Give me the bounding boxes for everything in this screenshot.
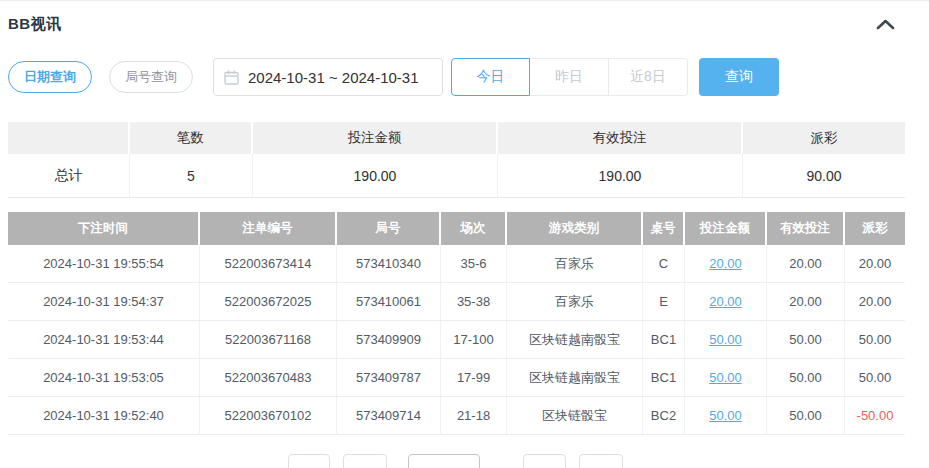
records-header-payout: 派彩 — [845, 212, 905, 245]
records-header-game-type: 游戏类别 — [507, 212, 643, 245]
game-type-cell: 区块链越南骰宝 — [507, 321, 643, 359]
records-header-round-id: 局号 — [337, 212, 441, 245]
bet-time-cell: 2024-10-31 19:54:37 — [8, 283, 200, 321]
bet-amount-link[interactable]: 20.00 — [685, 245, 767, 283]
bet-amount-link-text[interactable]: 50.00 — [709, 332, 742, 347]
summary-bet-amount-value: 190.00 — [253, 154, 498, 198]
bet-amount-link[interactable]: 50.00 — [685, 321, 767, 359]
order-id-cell: 522003670102 — [200, 397, 337, 435]
table-row: 2024-10-31 19:52:40522003670102573409714… — [8, 397, 905, 435]
valid-bet-cell: 50.00 — [767, 397, 845, 435]
summary-header-blank — [8, 122, 130, 154]
match-cell: 17-99 — [441, 359, 507, 397]
collapse-button[interactable] — [876, 19, 895, 30]
table-row: 2024-10-31 19:55:54522003673414573410340… — [8, 245, 905, 283]
calendar-icon — [224, 70, 239, 85]
records-header-bet-amount: 投注金额 — [685, 212, 767, 245]
table-row: 2024-10-31 19:53:05522003670483573409787… — [8, 359, 905, 397]
round-id-cell: 573410340 — [337, 245, 441, 283]
bet-amount-link[interactable]: 50.00 — [685, 359, 767, 397]
game-type-cell: 百家乐 — [507, 245, 643, 283]
bet-time-cell: 2024-10-31 19:55:54 — [8, 245, 200, 283]
table-id-cell: E — [643, 283, 685, 321]
records-body: 2024-10-31 19:55:54522003673414573410340… — [8, 245, 905, 435]
bb-video-panel: BB视讯 日期查询 局号查询 2024-10-31 ~ 2024-10-31 今… — [0, 0, 929, 468]
pagination-page-size-select[interactable] — [408, 454, 480, 468]
valid-bet-cell: 20.00 — [767, 283, 845, 321]
round-id-cell: 573409909 — [337, 321, 441, 359]
payout-cell: 20.00 — [845, 283, 905, 321]
table-row: 2024-10-31 19:54:37522003672025573410061… — [8, 283, 905, 321]
panel-header: BB视讯 — [0, 1, 929, 35]
tab-round-query[interactable]: 局号查询 — [109, 61, 193, 93]
pagination-next-button[interactable] — [523, 454, 566, 468]
valid-bet-cell: 20.00 — [767, 245, 845, 283]
tab-date-query[interactable]: 日期查询 — [8, 61, 92, 93]
pagination-prev-button[interactable] — [288, 454, 330, 468]
bet-time-cell: 2024-10-31 19:52:40 — [8, 397, 200, 435]
page-title: BB视讯 — [8, 15, 62, 34]
bet-amount-link-text[interactable]: 50.00 — [709, 370, 742, 385]
payout-cell: -50.00 — [845, 397, 905, 435]
pagination-page-button[interactable] — [343, 454, 387, 468]
match-cell: 35-38 — [441, 283, 507, 321]
quick-range-group: 今日 昨日 近8日 — [451, 58, 688, 96]
records-header-bet-time: 下注时间 — [8, 212, 200, 245]
summary-header-valid-bet: 有效投注 — [498, 122, 743, 154]
payout-cell: 50.00 — [845, 359, 905, 397]
quick-range-last8days[interactable]: 近8日 — [609, 58, 688, 96]
summary-total-label: 总计 — [8, 154, 130, 198]
summary-total-row: 总计 5 190.00 190.00 90.00 — [8, 154, 905, 198]
pagination-jump-button[interactable] — [579, 454, 623, 468]
search-button[interactable]: 查询 — [699, 58, 779, 96]
game-type-cell: 百家乐 — [507, 283, 643, 321]
payout-cell: 20.00 — [845, 245, 905, 283]
summary-payout-value: 90.00 — [743, 154, 905, 198]
valid-bet-cell: 50.00 — [767, 359, 845, 397]
bet-time-cell: 2024-10-31 19:53:44 — [8, 321, 200, 359]
quick-range-yesterday[interactable]: 昨日 — [530, 58, 609, 96]
date-range-input[interactable]: 2024-10-31 ~ 2024-10-31 — [213, 58, 443, 96]
round-id-cell: 573409714 — [337, 397, 441, 435]
summary-header-payout: 派彩 — [743, 122, 905, 154]
table-id-cell: BC1 — [643, 321, 685, 359]
chevron-up-icon — [876, 19, 895, 30]
filter-toolbar: 日期查询 局号查询 2024-10-31 ~ 2024-10-31 今日 昨日 … — [8, 58, 929, 96]
table-id-cell: C — [643, 245, 685, 283]
bet-amount-link[interactable]: 20.00 — [685, 283, 767, 321]
round-id-cell: 573409787 — [337, 359, 441, 397]
summary-count-value: 5 — [130, 154, 253, 198]
summary-table-header: 笔数 投注金额 有效投注 派彩 — [8, 122, 905, 154]
match-cell: 17-100 — [441, 321, 507, 359]
summary-header-count: 笔数 — [130, 122, 253, 154]
match-cell: 35-6 — [441, 245, 507, 283]
records-table: 下注时间 注单编号 局号 场次 游戏类别 桌号 投注金额 有效投注 派彩 202… — [8, 212, 905, 435]
summary-header-bet-amount: 投注金额 — [253, 122, 498, 154]
records-header-order-id: 注单编号 — [200, 212, 337, 245]
quick-range-today[interactable]: 今日 — [451, 58, 530, 96]
bet-amount-link-text[interactable]: 20.00 — [709, 294, 742, 309]
table-id-cell: BC1 — [643, 359, 685, 397]
bet-time-cell: 2024-10-31 19:53:05 — [8, 359, 200, 397]
records-table-header: 下注时间 注单编号 局号 场次 游戏类别 桌号 投注金额 有效投注 派彩 — [8, 212, 905, 245]
bet-amount-link[interactable]: 50.00 — [685, 397, 767, 435]
summary-valid-bet-value: 190.00 — [498, 154, 743, 198]
date-range-value: 2024-10-31 ~ 2024-10-31 — [248, 69, 419, 86]
round-id-cell: 573410061 — [337, 283, 441, 321]
records-header-valid-bet: 有效投注 — [767, 212, 845, 245]
valid-bet-cell: 50.00 — [767, 321, 845, 359]
order-id-cell: 522003673414 — [200, 245, 337, 283]
table-row: 2024-10-31 19:53:44522003671168573409909… — [8, 321, 905, 359]
game-type-cell: 区块链骰宝 — [507, 397, 643, 435]
table-id-cell: BC2 — [643, 397, 685, 435]
summary-table: 笔数 投注金额 有效投注 派彩 总计 5 190.00 190.00 90.00 — [8, 122, 905, 198]
game-type-cell: 区块链越南骰宝 — [507, 359, 643, 397]
records-header-table-id: 桌号 — [643, 212, 685, 245]
order-id-cell: 522003670483 — [200, 359, 337, 397]
order-id-cell: 522003672025 — [200, 283, 337, 321]
bet-amount-link-text[interactable]: 50.00 — [709, 408, 742, 423]
bet-amount-link-text[interactable]: 20.00 — [709, 256, 742, 271]
records-header-match: 场次 — [441, 212, 507, 245]
match-cell: 21-18 — [441, 397, 507, 435]
payout-cell: 50.00 — [845, 321, 905, 359]
